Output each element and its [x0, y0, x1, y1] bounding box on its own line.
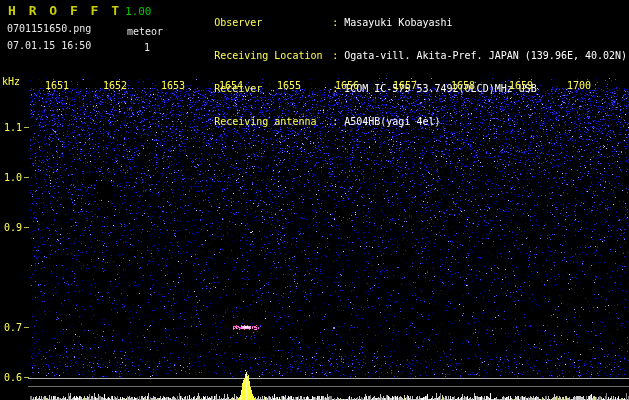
- freq-tick-label: 0.7: [2, 322, 22, 333]
- station-info-block: Observer: Masayuki Kobayashi Receiving L…: [178, 6, 627, 138]
- time-tick-label: 1658: [451, 80, 475, 91]
- time-tick-label: 1659: [509, 80, 533, 91]
- time-tick-label: 1653: [161, 80, 185, 91]
- time-tick-label: 1657: [393, 80, 417, 91]
- freq-tick-label: 1.0: [2, 172, 22, 183]
- info-label: Observer: [214, 17, 332, 28]
- info-value: Masayuki Kobayashi: [344, 17, 452, 28]
- time-tick-label: 1651: [45, 80, 69, 91]
- hrofft-screen: H R O F F T 1.00 0701151650.png meteor 0…: [0, 0, 629, 400]
- output-filename: 0701151650.png: [7, 23, 91, 34]
- info-value: A504HB(yagi 4el): [344, 116, 440, 127]
- info-value: ICOM IC-575 53.7492(0LCD)MHz USB: [344, 83, 537, 94]
- freq-tick-label: 0.9: [2, 222, 22, 233]
- info-row: Receiving antenna: A504HB(yagi 4el): [178, 105, 627, 138]
- info-value: Ogata-vill. Akita-Pref. JAPAN (139.96E, …: [344, 50, 627, 61]
- info-label: Receiving Location: [214, 50, 332, 61]
- info-row: Receiving Location: Ogata-vill. Akita-Pr…: [178, 39, 627, 72]
- meteor-count-value: 1: [144, 42, 150, 53]
- info-row: Observer: Masayuki Kobayashi: [178, 6, 627, 39]
- info-separator: :: [332, 116, 344, 127]
- app-version: 1.00: [125, 5, 152, 18]
- freq-tick-mark: [24, 327, 29, 328]
- app-title: H R O F F T: [8, 3, 122, 18]
- info-label: Receiving antenna: [214, 116, 332, 127]
- frequency-unit-label: kHz: [2, 76, 20, 87]
- freq-tick-mark: [24, 127, 29, 128]
- freq-tick-label: 1.1: [2, 122, 22, 133]
- info-separator: :: [332, 50, 344, 61]
- time-tick-label: 1655: [277, 80, 301, 91]
- freq-tick-mark: [24, 227, 29, 228]
- info-separator: :: [332, 17, 344, 28]
- time-tick-label: 1652: [103, 80, 127, 91]
- time-tick-label: 1656: [335, 80, 359, 91]
- start-datetime: 07.01.15 16:50: [7, 40, 91, 51]
- time-tick-label: 1700: [567, 80, 591, 91]
- freq-tick-mark: [24, 177, 29, 178]
- time-tick-label: 1654: [219, 80, 243, 91]
- freq-tick-label: 0.6: [2, 372, 22, 383]
- mode-label: meteor: [127, 26, 163, 37]
- freq-tick-mark: [24, 377, 29, 378]
